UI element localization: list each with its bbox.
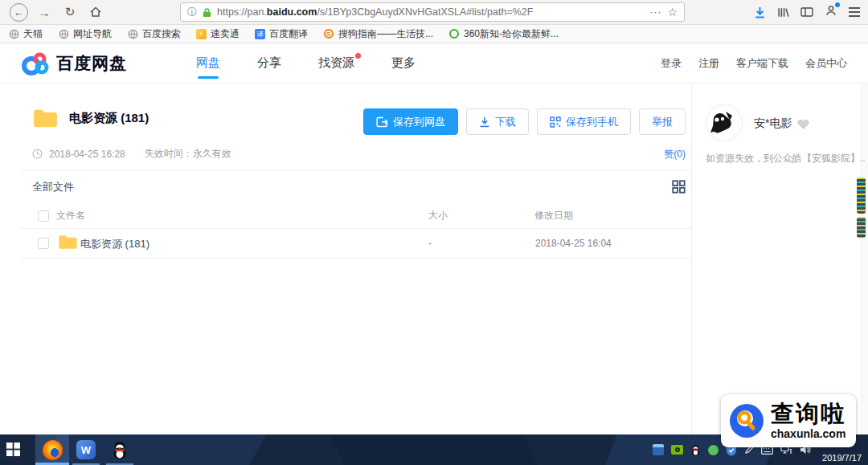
url-bar[interactable]: ⓘ https://pan.baidu.com/s/1BYp3CbgAuydXN… (180, 2, 685, 22)
files-section: 全部文件 文件名 大小 修改日期 电影资源 (181) - 2018-04-25… (20, 170, 691, 259)
download-button[interactable]: 下载 (466, 108, 529, 135)
expire-label: 失效时间：永久有效 (145, 147, 231, 161)
file-modified: 2018-04-25 16:04 (535, 238, 612, 249)
brand-name: 百度网盘 (56, 52, 127, 75)
report-button[interactable]: 举报 (639, 108, 686, 135)
share-title: 电影资源 (181) (69, 111, 149, 126)
bookmark-tmall[interactable]: 天猫 (8, 27, 43, 41)
clock-icon (32, 149, 43, 159)
header-filename: 文件名 (56, 209, 85, 222)
login-link[interactable]: 登录 (661, 56, 682, 71)
bookmark-label: 天猫 (23, 27, 43, 41)
table-row[interactable]: 电影资源 (181) - 2018-04-25 16:04 (20, 229, 691, 259)
select-all-checkbox[interactable] (38, 210, 49, 222)
site-header: 百度网盘 网盘 分享 找资源 更多 登录 注册 客户端下载 会员中心 (0, 43, 868, 84)
download-icon (479, 116, 490, 128)
bookmark-aliexpress[interactable]: ⚡ 速卖通 (196, 27, 240, 41)
screen: ← → ↻ ⓘ https://pan.baidu.com/s/1BYp3Cbg… (0, 0, 868, 465)
vip-center-link[interactable]: 会员中心 (805, 56, 847, 71)
username: 安*电影 (754, 116, 792, 131)
tab-share[interactable]: 分享 (257, 43, 281, 84)
avatar (706, 104, 743, 141)
save-to-pan-button[interactable]: 保存到网盘 (363, 108, 458, 135)
watermark-title: 查询啦 (771, 402, 845, 426)
wallpaper-shape (326, 434, 542, 465)
aliexpress-icon: ⚡ (196, 29, 207, 39)
baidu-translate-icon: 译 (255, 29, 265, 39)
menu-button[interactable] (849, 7, 860, 16)
browser-toolbar: ← → ↻ ⓘ https://pan.baidu.com/s/1BYp3Cbg… (0, 0, 868, 25)
section-header: 全部文件 (20, 171, 691, 203)
url-text[interactable]: https://pan.baidu.com/s/1BYp3CbgAuydXNvH… (217, 6, 644, 18)
bookmark-star-button[interactable]: ☆ (667, 6, 678, 18)
tab-more[interactable]: 更多 (391, 43, 416, 84)
scrollbar[interactable] (861, 84, 868, 434)
share-meta: 2018-04-25 16:28 失效时间：永久有效 (32, 147, 231, 161)
bookmark-nav-site[interactable]: 网址导航 (58, 27, 112, 41)
toolbar-right (754, 4, 860, 20)
bookmark-baidu-translate[interactable]: 译 百度翻译 (255, 27, 308, 41)
back-button[interactable]: ← (8, 2, 29, 22)
grid-view-icon[interactable] (672, 180, 686, 194)
file-size: - (428, 238, 432, 249)
register-link[interactable]: 注册 (698, 56, 719, 71)
taskbar-qq[interactable] (103, 434, 137, 465)
share-card: 电影资源 (181) 保存到网盘 下载 保存到手机 举报 (20, 84, 691, 434)
bookmark-label: 网址导航 (73, 27, 112, 41)
bookmark-baidu-search[interactable]: 百度搜索 (127, 27, 181, 41)
site-info-icon[interactable]: ⓘ (187, 6, 197, 19)
bookmark-label: 搜狗指南——生活技... (338, 27, 433, 41)
back-icon: ← (10, 3, 28, 22)
content-divider (691, 84, 692, 434)
tab-wangpan[interactable]: 网盘 (196, 43, 220, 84)
baidu-pan-logo-icon (21, 51, 50, 76)
bookmark-label: 百度翻译 (269, 27, 308, 41)
baidu-pan-logo[interactable]: 百度网盘 (21, 51, 127, 76)
bookmark-sogou-guide[interactable]: S 搜狗指南——生活技... (323, 27, 433, 41)
tray-app-icon[interactable] (653, 444, 664, 455)
save-icon (376, 116, 388, 128)
share-title-row: 电影资源 (181) (32, 108, 149, 129)
home-button[interactable] (85, 2, 106, 22)
wps-icon: W (76, 440, 96, 459)
heart-badge-icon (796, 118, 810, 130)
notification-dot (835, 2, 840, 7)
scroll-widget-top[interactable] (857, 177, 866, 214)
bookmarks-bar: 天猫 网址导航 百度搜索 ⚡ 速卖通 译 百度翻译 S 搜狗指南——生活技...… (0, 25, 868, 43)
page-actions-button[interactable]: ··· (649, 6, 661, 18)
taskbar-firefox[interactable] (35, 434, 69, 465)
bookmark-360-xinzhi[interactable]: 360新知-给你最新鲜... (448, 27, 559, 41)
like-button[interactable]: 赞(0) (664, 148, 686, 161)
url-path: /s/1BYp3CbgAuydXNvHGatXSLA#list/path=%2F (317, 6, 533, 18)
action-buttons: 保存到网盘 下载 保存到手机 举报 (363, 108, 686, 135)
page-content: 电影资源 (181) 保存到网盘 下载 保存到手机 举报 (0, 84, 868, 434)
sidebar-toggle-button[interactable] (800, 6, 813, 18)
account-button[interactable] (825, 4, 837, 20)
library-button[interactable] (777, 6, 789, 18)
tray-qq-icon[interactable] (690, 444, 701, 456)
client-download-link[interactable]: 客户端下载 (736, 56, 788, 71)
row-checkbox[interactable] (38, 238, 49, 249)
username-row: 安*电影 (754, 116, 810, 131)
taskbar-wps[interactable]: W (69, 434, 103, 465)
forward-icon: → (39, 6, 51, 19)
folder-icon (32, 108, 59, 129)
reload-button[interactable]: ↻ (59, 2, 80, 22)
nvidia-icon[interactable] (671, 445, 683, 455)
file-name-link[interactable]: 电影资源 (181) (80, 237, 149, 251)
header-size: 大小 (428, 209, 448, 222)
chaxunla-watermark: 查询啦 chaxunla.com (721, 394, 856, 447)
start-button[interactable] (6, 443, 20, 456)
bookmark-label: 百度搜索 (142, 27, 181, 41)
bookmark-label: 速卖通 (211, 27, 240, 41)
forward-button[interactable]: → (34, 2, 55, 22)
tray-green-app-icon[interactable] (708, 445, 719, 455)
downloads-button[interactable] (754, 6, 766, 18)
save-to-phone-button[interactable]: 保存到手机 (537, 108, 631, 135)
sogou-icon: S (324, 29, 334, 39)
all-files-label: 全部文件 (32, 180, 74, 194)
lock-icon (203, 7, 211, 18)
tab-find-resources[interactable]: 找资源 (318, 43, 354, 84)
scroll-widget-bottom[interactable] (857, 217, 866, 238)
main-nav: 网盘 分享 找资源 更多 (196, 43, 416, 84)
